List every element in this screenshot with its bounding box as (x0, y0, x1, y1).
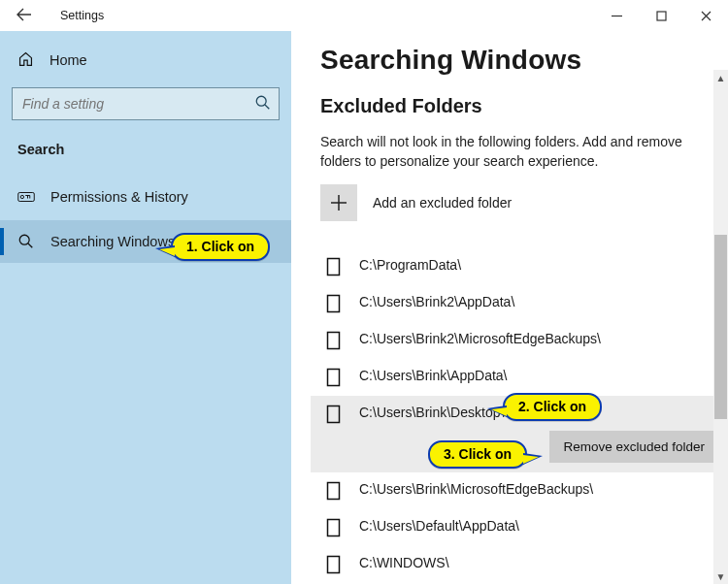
folder-path: C:\Users\Brink2\AppData\ (359, 294, 514, 309)
folder-icon (326, 331, 342, 350)
search-icon (254, 94, 272, 114)
folder-path: C:\Users\Brink\Desktop\ (359, 405, 504, 420)
svg-rect-0 (657, 12, 666, 20)
annotation-3: 3. Click on (428, 440, 527, 469)
window-controls (594, 0, 728, 31)
scrollbar-thumb[interactable] (714, 235, 727, 419)
sidebar-home[interactable]: Home (12, 43, 280, 78)
plus-icon (320, 184, 357, 221)
folder-path: C:\WINDOWS\ (359, 555, 449, 570)
home-icon (17, 50, 34, 70)
main-content: Searching Windows Excluded Folders Searc… (291, 31, 728, 584)
folder-path: C:\ProgramData\ (359, 257, 461, 273)
add-label: Add an excluded folder (373, 195, 512, 211)
back-button[interactable] (10, 8, 39, 24)
annotation-1: 1. Click on (171, 233, 270, 261)
excluded-folder-row[interactable]: C:\WINDOWS\ (320, 546, 705, 583)
excluded-folder-row[interactable]: C:\Users\Brink\AppData\ (320, 359, 705, 396)
svg-point-3 (20, 195, 23, 198)
folder-icon (326, 555, 342, 574)
titlebar: Settings (0, 0, 728, 31)
excluded-folder-row[interactable]: C:\Users\Brink2\AppData\ (320, 285, 705, 322)
page-title: Searching Windows (320, 45, 705, 76)
folder-path: C:\Users\Brink2\MicrosoftEdgeBackups\ (359, 331, 601, 346)
folder-path: C:\Users\Brink\MicrosoftEdgeBackups\ (359, 481, 593, 497)
minimize-button[interactable] (594, 0, 639, 31)
add-excluded-folder[interactable]: Add an excluded folder (320, 184, 705, 221)
folder-icon (326, 518, 342, 537)
folder-icon (326, 405, 342, 424)
maximize-button[interactable] (639, 0, 683, 31)
close-button[interactable] (683, 0, 728, 31)
svg-rect-9 (328, 406, 340, 423)
svg-rect-11 (328, 520, 340, 536)
folder-icon (326, 481, 342, 501)
sidebar-item-permissions-history[interactable]: Permissions & History (0, 176, 291, 218)
svg-rect-12 (328, 557, 340, 573)
section-title: Excluded Folders (320, 95, 705, 117)
permissions-icon (17, 189, 35, 205)
excluded-folder-row[interactable]: C:\Users\Default\AppData\ (320, 509, 705, 546)
svg-rect-6 (328, 296, 340, 312)
folder-icon (326, 368, 342, 387)
folder-path: C:\Users\Brink\AppData\ (359, 368, 508, 383)
search-input[interactable] (12, 87, 280, 120)
settings-window: Settings Home (0, 0, 728, 584)
scroll-up-icon[interactable]: ▲ (713, 70, 728, 85)
search-input-wrap (12, 87, 280, 120)
annotation-2: 2. Click on (503, 393, 602, 421)
svg-point-4 (19, 235, 29, 244)
sidebar: Home Search Permissions & History Sear (0, 31, 291, 584)
svg-rect-5 (328, 259, 340, 276)
folder-icon (326, 257, 342, 276)
svg-rect-8 (328, 370, 340, 386)
remove-excluded-folder-button[interactable]: Remove excluded folder (549, 431, 718, 463)
search-icon (17, 233, 35, 250)
sidebar-item-label: Permissions & History (50, 189, 188, 205)
sidebar-home-label: Home (50, 52, 87, 68)
excluded-folder-row[interactable]: C:\Users\Brink\MicrosoftEdgeBackups\ (320, 472, 705, 509)
window-title: Settings (39, 9, 104, 22)
section-description: Search will not look in the following fo… (320, 133, 689, 171)
svg-rect-10 (328, 483, 340, 500)
svg-rect-7 (328, 333, 340, 349)
scrollbar[interactable]: ▲ ▼ (713, 70, 728, 584)
scroll-down-icon[interactable]: ▼ (713, 568, 728, 584)
svg-point-1 (256, 96, 266, 106)
excluded-folder-row[interactable]: C:\Users\Brink2\MicrosoftEdgeBackups\ (320, 322, 705, 359)
sidebar-section-header: Search (17, 142, 280, 157)
excluded-folder-row[interactable]: C:\ProgramData\ (320, 248, 705, 285)
folder-path: C:\Users\Default\AppData\ (359, 518, 519, 534)
folder-icon (326, 294, 342, 313)
